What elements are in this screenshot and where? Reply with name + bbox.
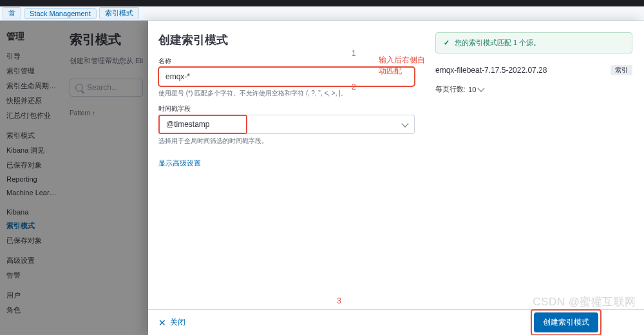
sidebar-item[interactable]: 角色 <box>0 303 64 318</box>
breadcrumb: 首 Stack Management 索引模式 <box>0 6 644 21</box>
flyout-title: 创建索引模式 <box>158 32 415 48</box>
table-header-pattern[interactable]: Pattern ↑ <box>70 110 143 117</box>
annotation-1-note: 输入后右侧自动匹配 <box>379 55 425 77</box>
timestamp-select-highlight: @timestamp <box>158 115 247 134</box>
sidebar-item-index-patterns[interactable]: 索引模式 <box>0 218 64 233</box>
sidebar-item[interactable]: Reporting <box>0 173 64 186</box>
search-input[interactable]: Search... <box>70 79 143 97</box>
sidebar-item[interactable]: 引导 <box>0 49 64 64</box>
annotation-1: 1 <box>352 49 356 58</box>
flyout-footer: ✕ 关闭 创建索引模式 <box>148 309 644 335</box>
create-index-pattern-flyout: 创建索引模式 1 输入后右侧自动匹配 名称 使用星号 (*) 匹配多个字符。不允… <box>148 21 644 335</box>
rows-per-label: 每页行数: <box>435 84 466 94</box>
chevron-down-icon <box>401 120 408 127</box>
sidebar-item[interactable]: 索引模式 <box>0 128 64 143</box>
timestamp-help: 选择用于全局时间筛选的时间戳字段。 <box>158 137 415 146</box>
watermark: CSDN @蜜獾互联网 <box>533 294 636 309</box>
search-placeholder: Search... <box>87 83 118 92</box>
breadcrumb-stack-management[interactable]: Stack Management <box>24 8 97 19</box>
create-index-pattern-button[interactable]: 创建索引模式 <box>534 312 598 332</box>
page-desc: 创建和管理帮助您从 Elastics <box>70 56 143 66</box>
sidebar-item[interactable]: Kibana <box>0 206 64 218</box>
sidebar-item[interactable]: 用户 <box>0 288 64 303</box>
index-badge: 索引 <box>611 65 632 75</box>
annotation-3: 3 <box>337 296 341 305</box>
sidebar-item[interactable]: 已保存对象 <box>0 158 64 173</box>
timestamp-select[interactable]: @timestamp <box>160 116 246 133</box>
sidebar-item[interactable]: 索引管理 <box>0 64 64 79</box>
close-button[interactable]: ✕ 关闭 <box>158 317 185 328</box>
check-icon: ✓ <box>444 39 450 47</box>
window-titlebar <box>0 0 644 6</box>
page-title: 索引模式 <box>70 31 143 48</box>
search-icon <box>75 84 83 91</box>
sidebar-title: 管理 <box>0 28 64 49</box>
flyout-form: 创建索引模式 1 输入后右侧自动匹配 名称 使用星号 (*) 匹配多个字符。不允… <box>148 21 425 335</box>
create-button-highlight: 创建索引模式 <box>531 309 601 335</box>
rows-per-value: 10 <box>468 86 476 93</box>
sidebar-item[interactable]: 告警 <box>0 268 64 283</box>
sidebar-item[interactable]: 汇总/打包作业 <box>0 108 64 123</box>
breadcrumb-index-patterns[interactable]: 索引模式 <box>99 7 139 19</box>
matched-index-name: emqx-filebeat-7.17.5-2022.07.28 <box>435 66 547 75</box>
main-area: 管理 引导 索引管理 索引生命周期策略 快照并还原 汇总/打包作业 索引模式 K… <box>0 21 644 335</box>
sidebar-item[interactable]: 高级设置 <box>0 253 64 268</box>
sidebar-item[interactable]: Kibana 洞见 <box>0 143 64 158</box>
close-label: 关闭 <box>170 317 185 328</box>
timestamp-select-expand[interactable] <box>247 115 415 134</box>
name-input[interactable] <box>158 67 415 86</box>
name-label: 名称 <box>158 57 415 66</box>
sidebar-item[interactable]: 快照并还原 <box>0 93 64 108</box>
close-icon: ✕ <box>158 318 166 328</box>
sidebar-item[interactable]: 索引生命周期策略 <box>0 79 64 93</box>
name-help: 使用星号 (*) 匹配多个字符。不允许使用空格和字符 /, ?, ", <, >… <box>158 89 415 98</box>
sidebar-item[interactable]: 已保存对象 <box>0 233 64 248</box>
breadcrumb-home[interactable]: 首 <box>3 7 21 19</box>
page-content: 索引模式 创建和管理帮助您从 Elastics Search... Patter… <box>64 21 148 335</box>
matched-index-row: emqx-filebeat-7.17.5-2022.07.28 索引 <box>435 62 632 78</box>
match-message: 您的索引模式匹配 1 个源。 <box>455 38 540 48</box>
match-banner: ✓ 您的索引模式匹配 1 个源。 <box>435 32 632 53</box>
sidebar: 管理 引导 索引管理 索引生命周期策略 快照并还原 汇总/打包作业 索引模式 K… <box>0 21 64 335</box>
rows-per-page[interactable]: 每页行数: 10 <box>435 84 632 94</box>
chevron-down-icon <box>478 84 485 91</box>
flyout-matches: ✓ 您的索引模式匹配 1 个源。 emqx-filebeat-7.17.5-20… <box>425 21 644 335</box>
annotation-2: 2 <box>352 82 356 91</box>
timestamp-label: 时间戳字段 <box>158 104 415 113</box>
show-advanced-link[interactable]: 显示高级设置 <box>158 158 201 168</box>
sidebar-item[interactable]: Machine Learning 作业 <box>0 186 64 200</box>
